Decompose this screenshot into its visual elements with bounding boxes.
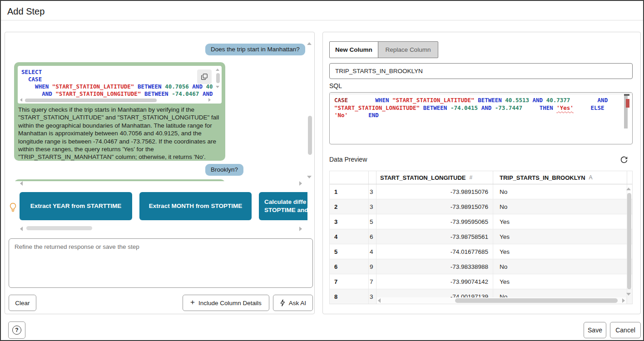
header-rownum	[330, 171, 369, 184]
cell-result: Yes	[493, 244, 627, 259]
numeric-type-icon: #	[470, 174, 473, 181]
header-start-station-longitude[interactable]: START_STATION_LONGITUDE #	[376, 171, 493, 184]
sql-code: CASE WHEN "START_STATION_LATITUDE" BETWE…	[334, 97, 620, 119]
table-hscrollbar-thumb[interactable]	[455, 298, 618, 303]
refresh-icon	[620, 156, 628, 164]
tab-replace-column[interactable]: Replace Column	[378, 41, 438, 58]
header-clipped-column	[369, 171, 376, 184]
sql-editor-overview-ruler[interactable]	[624, 94, 629, 142]
code-line: "START_STATION_LONGITUDE" BETWEEN -74.04…	[334, 104, 620, 112]
cell-longitude: -73.98338988	[376, 259, 493, 274]
code-scroll-left-arrow[interactable]	[20, 98, 22, 102]
include-column-details-button[interactable]: + Include Column Details	[183, 295, 269, 311]
lightbulb-icon	[9, 203, 17, 213]
table-hscrollbar[interactable]	[377, 297, 626, 304]
cell-result: No	[493, 259, 627, 274]
table-row: 69-73.98338988No	[330, 259, 632, 274]
table-row: 77-73.99074142Yes	[330, 274, 632, 289]
suggestions-prev-arrow[interactable]	[20, 181, 23, 186]
help-button[interactable]: ?	[8, 321, 25, 339]
cell-longitude: -73.99595065	[376, 214, 493, 229]
code-line: CASE WHEN "START_STATION_LATITUDE" BETWE…	[334, 97, 620, 104]
ask-ai-button[interactable]: Ask AI	[273, 295, 313, 311]
suggestion-calculate-difference-button[interactable]: Calculate diffe STOPTIME and	[259, 192, 307, 220]
save-button[interactable]: Save	[584, 322, 606, 338]
table-scroll-down-arrow[interactable]	[626, 293, 631, 296]
code-scroll-up-arrow[interactable]	[216, 69, 219, 71]
chat-panel: Does the trip start in Manhattan? SELECT…	[5, 32, 315, 314]
table-row: 35-73.99595065Yes	[330, 214, 632, 229]
code-line: 'No' END	[334, 112, 620, 119]
cell-result: Yes	[493, 274, 627, 289]
text-type-icon: A	[589, 174, 593, 181]
cell-result: No	[493, 199, 627, 214]
column-name-input[interactable]	[329, 63, 633, 79]
help-question-icon: ?	[12, 326, 21, 335]
copy-icon	[201, 73, 208, 80]
cell-clipped-value: 3	[369, 199, 376, 214]
assistant-message: SELECT CASE WHEN "START_STATION_LATITUDE…	[14, 62, 225, 161]
chat-history: Does the trip start in Manhattan? SELECT…	[8, 35, 312, 181]
tab-new-column[interactable]: New Column	[329, 41, 378, 58]
table-hscroll-left-arrow[interactable]	[378, 298, 381, 303]
chat-vscrollbar-thumb[interactable]	[308, 116, 312, 155]
chat-code-block: SELECT CASE WHEN "START_STATION_LATITUDE…	[18, 66, 222, 104]
refresh-button[interactable]	[620, 156, 628, 164]
cell-result: Yes	[493, 229, 627, 244]
cell-longitude: -73.98758561	[376, 229, 493, 244]
cell-result: No	[493, 184, 627, 199]
title-divider	[1, 20, 643, 20]
cell-longitude: -74.01677685	[376, 244, 493, 259]
table-body: 13-73.98915076No23-73.98915076No35-73.99…	[330, 184, 632, 304]
sql-editor[interactable]: CASE WHEN "START_STATION_LATITUDE" BETWE…	[329, 92, 633, 144]
user-message-manhattan: Does the trip start in Manhattan?	[205, 44, 305, 55]
clear-button[interactable]: Clear	[9, 295, 36, 311]
chat-scroll-down-arrow[interactable]	[307, 176, 312, 178]
data-preview-label: Data Preview	[329, 156, 367, 163]
cell-rownum: 3	[330, 214, 369, 229]
refine-response-input[interactable]	[9, 238, 313, 288]
table-row: 13-73.98915076No	[330, 184, 632, 199]
table-row: 46-73.98758561Yes	[330, 229, 632, 244]
code-line: AND "START_STATION_LONGITUDE" BETWEEN -7…	[21, 90, 213, 98]
header-trip-starts-in-brooklyn[interactable]: TRIP_STARTS_IN_BROOKLYN A	[493, 171, 627, 184]
data-preview-table: START_STATION_LONGITUDE # TRIP_STARTS_IN…	[329, 171, 633, 304]
add-step-dialog: Add Step Does the trip start in Manhatta…	[0, 0, 644, 341]
table-row: 54-74.01677685Yes	[330, 244, 632, 259]
chat-scroll-up-arrow[interactable]	[307, 42, 312, 45]
cell-clipped-value: 4	[369, 244, 376, 259]
cell-longitude: -73.98915076	[376, 199, 493, 214]
code-scroll-right-arrow[interactable]	[208, 98, 211, 102]
cell-rownum: 4	[330, 229, 369, 244]
cell-rownum: 8	[330, 289, 369, 304]
table-hscroll-right-arrow[interactable]	[622, 298, 625, 303]
cell-result: Yes	[493, 214, 627, 229]
column-panel: New Column Replace Column SQL CASE WHEN …	[322, 32, 641, 314]
cancel-button[interactable]: Cancel	[610, 322, 641, 338]
table-vscrollbar-thumb[interactable]	[627, 193, 631, 289]
lightning-bolt-icon	[280, 299, 285, 306]
code-hscrollbar-thumb[interactable]	[25, 99, 157, 102]
code-vscrollbar-thumb[interactable]	[216, 73, 220, 83]
plus-icon: +	[190, 298, 195, 307]
error-marker	[626, 99, 629, 108]
table-row: 23-73.98915076No	[330, 199, 632, 214]
assistant-message-peek	[14, 179, 225, 181]
cell-clipped-value: 7	[369, 274, 376, 289]
suggestions-hscrollbar-thumb[interactable]	[26, 226, 92, 230]
code-line: WHEN "START_STATION_LATITUDE" BETWEEN 40…	[21, 83, 213, 90]
sql-editor-top-strip	[330, 93, 632, 94]
table-scroll-up-arrow[interactable]	[626, 188, 631, 190]
code-scroll-down-arrow[interactable]	[216, 86, 219, 88]
suggestions-next-arrow[interactable]	[299, 181, 302, 186]
suggestion-extract-year-button[interactable]: Extract YEAR from STARTTIME	[20, 192, 132, 220]
cell-rownum: 1	[330, 184, 369, 199]
copy-code-button[interactable]	[197, 69, 212, 84]
sql-label: SQL	[329, 82, 342, 89]
suggestion-extract-month-button[interactable]: Extract MONTH from STOPTIME	[139, 192, 252, 220]
suggestions-hscroll-left-arrow[interactable]	[20, 227, 23, 231]
user-message-brooklyn: Brooklyn?	[205, 164, 243, 176]
cell-clipped-value: 5	[369, 214, 376, 229]
cell-rownum: 7	[330, 274, 369, 289]
suggestions-hscroll-right-arrow[interactable]	[299, 227, 302, 231]
